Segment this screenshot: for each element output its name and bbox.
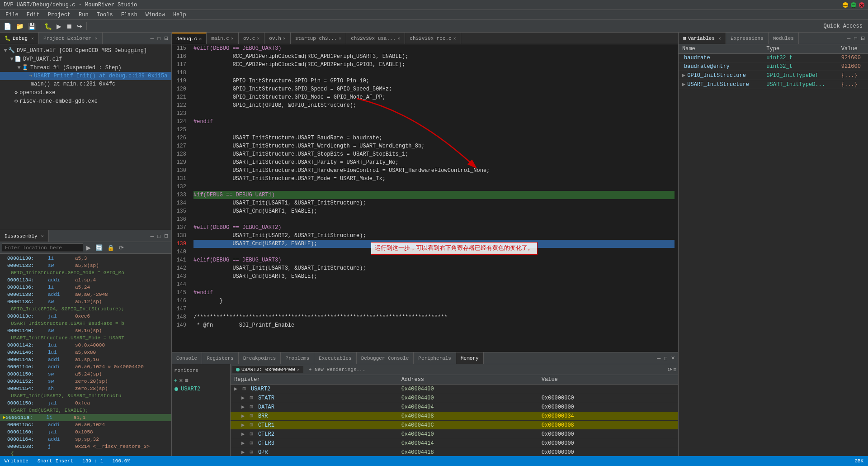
- disasm-row[interactable]: GPIO_InitStructure.GPIO_Mode = GPIO_Mo: [0, 269, 171, 276]
- expand-icon[interactable]: ▶: [234, 386, 237, 392]
- bottom-tab-registers[interactable]: Registers: [202, 352, 238, 364]
- bottom-tab-peripherals[interactable]: Peripherals: [414, 352, 456, 364]
- tree-frame2[interactable]: main() at main.c:231 0x4fc: [0, 80, 171, 88]
- editor-tab-ovh[interactable]: ov.h✕: [264, 33, 290, 44]
- disasm-row[interactable]: 00001132: sw a5,8(sp): [0, 262, 171, 269]
- tab-close[interactable]: ✕: [283, 36, 286, 41]
- disasm-row[interactable]: 00001164: addi sp,sp,32: [0, 436, 171, 443]
- toolbar-run[interactable]: ▶: [55, 22, 63, 31]
- vars-btn2[interactable]: □: [853, 35, 859, 42]
- vars-btn1[interactable]: ─: [846, 35, 852, 42]
- disasm-row[interactable]: 0000114e: addi a0,a0,1024 # 0x40004400: [0, 363, 171, 371]
- memory-row[interactable]: ▶ ⊞ BRR 0x40004408 0x00000034: [231, 412, 678, 421]
- variable-row[interactable]: baudrate uint32_t 921600: [679, 54, 868, 62]
- bottom-tab-executables[interactable]: Executables: [314, 352, 357, 364]
- disasm-row[interactable]: USART_Cmd(USART2, ENABLE);: [0, 407, 171, 414]
- toolbar-save[interactable]: 💾: [26, 22, 38, 31]
- disasm-row[interactable]: 00001154: sh zero,28(sp): [0, 385, 171, 392]
- toolbar-step[interactable]: ↪: [75, 22, 84, 31]
- disasm-row[interactable]: 00001168: j 0x214 <__riscv_restore_3>: [0, 443, 171, 450]
- bottom-tab-debuggerconsole[interactable]: Debugger Console: [357, 352, 414, 364]
- disasm-row[interactable]: 0000113c: sw a5,12(sp): [0, 298, 171, 305]
- editor-tab-ovc[interactable]: ov.c✕: [239, 33, 264, 44]
- mem-toolbar-btn1[interactable]: ⟳: [668, 366, 672, 373]
- project-tab-close[interactable]: ✕: [95, 36, 98, 41]
- disasm-row[interactable]: 00001138: addi a0,a0,-2048: [0, 291, 171, 298]
- disasm-row[interactable]: 00001130: li a5,3: [0, 255, 171, 262]
- expand-icon[interactable]: ▶: [241, 422, 245, 428]
- bottom-close-btn[interactable]: ✕: [670, 355, 676, 361]
- disasm-row[interactable]: USART_InitStructure.USART_Mode = USART: [0, 334, 171, 342]
- disasm-row[interactable]: ►0000115a: li a1,1: [0, 414, 171, 421]
- mem-toolbar-btn2[interactable]: ≡: [673, 366, 676, 373]
- mem-new-renderings[interactable]: + New Renderings...: [305, 366, 369, 373]
- expand-icon[interactable]: ▶: [241, 440, 245, 447]
- toolbar-stop[interactable]: ⏹: [64, 22, 74, 31]
- disasm-row[interactable]: 0000115c: addi a0,a0,1024: [0, 421, 171, 428]
- menu-edit[interactable]: Edit: [23, 11, 43, 19]
- expand-icon[interactable]: ▶: [241, 413, 245, 419]
- toolbar-open[interactable]: 📁: [14, 22, 25, 31]
- debug-tab-close[interactable]: ✕: [31, 36, 34, 41]
- bottom-min-btn[interactable]: ─: [656, 355, 662, 361]
- disasm-row[interactable]: 00001140: sw s0,16(sp): [0, 327, 171, 334]
- editor-tab-ch32v30xusa[interactable]: ch32v30x_usa...✕: [346, 33, 405, 44]
- menu-help[interactable]: Help: [170, 11, 190, 19]
- memory-row[interactable]: ▶ ⊞ STATR 0x40004400 0x000000C0: [231, 394, 678, 403]
- bottom-tab-breakpoints[interactable]: Breakpoints: [239, 352, 281, 364]
- tab-project[interactable]: Project Explorer ✕: [39, 33, 103, 44]
- editor-tab-debugc[interactable]: debug.c✕: [172, 33, 207, 44]
- variable-row[interactable]: ▶GPIO_InitStructure GPIO_InitTypeDef {..…: [679, 71, 868, 80]
- disasm-btn3[interactable]: ⊟: [163, 233, 170, 239]
- expand-icon[interactable]: ▶: [241, 395, 245, 401]
- tab-expressions[interactable]: Expressions: [726, 33, 769, 44]
- expand-icon[interactable]: ▶: [241, 449, 245, 454]
- disasm-row[interactable]: 0000114a: addi a1,sp,16: [0, 356, 171, 363]
- memory-row[interactable]: ▶ ⊞ DATAR 0x40004404 0x00000000: [231, 403, 678, 412]
- toolbar-debug[interactable]: 🐛: [42, 22, 54, 31]
- remove-monitor-btn[interactable]: ×: [179, 377, 183, 384]
- panel-maximize-btn[interactable]: □: [156, 35, 162, 42]
- tab-modules[interactable]: Modules: [769, 33, 799, 44]
- tree-frame1[interactable]: → USART_Printf_Init() at debug.c:139 0x1…: [0, 72, 171, 80]
- bottom-tab-console[interactable]: Console: [172, 352, 202, 364]
- variable-row[interactable]: ▶USART_InitStructure USART_InitTypeD... …: [679, 80, 868, 89]
- maximize-button[interactable]: □: [851, 2, 856, 8]
- disasm-row[interactable]: 00001136: li a5,24: [0, 284, 171, 291]
- tab-close[interactable]: ✕: [339, 36, 341, 41]
- disasm-sync-btn[interactable]: ⟳: [118, 244, 125, 252]
- mem-subtab-usart2[interactable]: USART2: 0x40004400 ✕: [232, 366, 303, 373]
- monitor-settings-btn[interactable]: ≡: [184, 377, 188, 384]
- code-content[interactable]: #elif(DEBUG == DEBUG_UART3) RCC_APB1Peri…: [190, 44, 678, 352]
- editor-tab-ch32v30xrccc[interactable]: ch32v30x_rcc.c✕: [405, 33, 461, 44]
- tree-openocd[interactable]: ⚙ openocd.exe: [0, 88, 171, 97]
- window-controls[interactable]: ─ □ ✕: [843, 2, 864, 8]
- menu-file[interactable]: File: [2, 11, 22, 19]
- monitor-usart2[interactable]: USART2: [174, 384, 228, 394]
- disasm-row[interactable]: 00001146: lui a5,0x80: [0, 349, 171, 356]
- tab-disasm[interactable]: Disassembly ✕: [0, 230, 49, 242]
- variable-row[interactable]: baudrate@entry uint32_t 921600: [679, 62, 868, 71]
- disasm-tab-close[interactable]: ✕: [41, 233, 44, 239]
- expand-icon[interactable]: ▶: [241, 431, 245, 437]
- memory-row[interactable]: ▶ ⊞ CTLR1 0x4000440C 0x00000008: [231, 421, 678, 430]
- disasm-row[interactable]: GPIO_Init(GPIOA, &GPIO_InitStructure);: [0, 305, 171, 313]
- disasm-row[interactable]: {: [0, 450, 171, 456]
- disasm-refresh-btn[interactable]: 🔄: [94, 244, 104, 252]
- disasm-row[interactable]: 00001160: jal 0x1058: [0, 428, 171, 436]
- memory-row[interactable]: ▶ ⊞ CTLR3 0x40004414 0x00000000: [231, 439, 678, 448]
- expand-icon[interactable]: ▶: [241, 404, 245, 410]
- disasm-btn2[interactable]: □: [156, 233, 162, 239]
- disasm-row[interactable]: 00001134: addi a1,sp,4: [0, 276, 171, 284]
- mem-subtab-close[interactable]: ✕: [297, 367, 300, 372]
- tree-elf[interactable]: ▼ 📄 DVP_UART.elf: [0, 55, 171, 63]
- tab-variables[interactable]: ⊞ Variables ✕: [679, 33, 726, 44]
- memory-row[interactable]: ▶ ⊞ GPR 0x40004418 0x00000000: [231, 448, 678, 455]
- address-input[interactable]: [2, 243, 83, 252]
- vars-btn3[interactable]: ⊟: [859, 35, 866, 42]
- add-monitor-btn[interactable]: +: [174, 377, 177, 384]
- tab-close[interactable]: ✕: [257, 36, 259, 41]
- menu-window[interactable]: Window: [142, 11, 169, 19]
- tab-close[interactable]: ✕: [453, 36, 456, 41]
- editor-tab-startupch3[interactable]: startup_ch3...✕: [291, 33, 346, 44]
